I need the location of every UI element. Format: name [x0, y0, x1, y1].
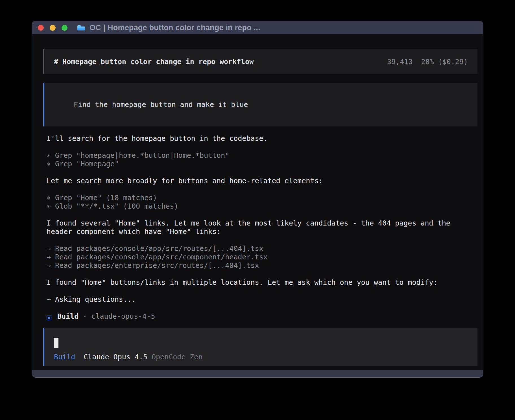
assistant-text-line: Let me search more broadly for buttons a… — [47, 177, 477, 185]
user-message-text: Find the homepage button and make it blu… — [74, 100, 248, 109]
asterisk-icon: ∗ — [47, 194, 55, 202]
agent-model: claude-opus-4-5 — [91, 312, 155, 320]
tool-call-text: Glob "**/*.tsx" (100 matches) — [55, 202, 178, 210]
user-message: Find the homepage button and make it blu… — [43, 83, 477, 126]
tool-call-text: Grep "Home" (18 matches) — [55, 194, 157, 202]
asterisk-icon: ∗ — [47, 202, 55, 210]
transcript-blank-line — [47, 236, 477, 244]
tool-call-line: → Read packages/console/app/src/routes/[… — [47, 244, 477, 253]
assistant-text-line: I'll search for the homepage button in t… — [47, 134, 477, 143]
session-cost: ($0.29) — [438, 58, 468, 66]
tool-call-line: ∗ Grep "Home" (18 matches) — [47, 194, 477, 202]
window-title: OC | Homepage button color change in rep… — [90, 23, 260, 32]
asterisk-icon: ∗ — [47, 160, 55, 168]
tool-call-line: → Read packages/enterprise/src/routes/[.… — [47, 261, 477, 270]
terminal-window: OC | Homepage button color change in rep… — [32, 21, 483, 378]
folder-icon — [77, 24, 86, 31]
tool-call-text: Read packages/enterprise/src/routes/[...… — [55, 261, 259, 270]
tool-call-text: Read packages/console/app/src/routes/[..… — [55, 244, 263, 253]
session-header: # Homepage button color change in repo w… — [43, 49, 477, 74]
token-count: 39,413 — [387, 58, 413, 66]
input-model-label: Claude Opus 4.5 — [84, 353, 147, 361]
tool-call-line: ∗ Grep "Homepage" — [47, 160, 477, 168]
close-button[interactable] — [38, 25, 44, 31]
asterisk-icon: ∗ — [47, 151, 55, 159]
agent-name: Build — [57, 312, 78, 320]
session-title: # Homepage button color change in repo w… — [54, 58, 254, 66]
tool-call-text: Grep "homepage|home.*button|Home.*button… — [55, 151, 229, 159]
text-cursor — [54, 338, 58, 348]
tool-call-text: Grep "Homepage" — [55, 160, 119, 168]
arrow-icon: → — [47, 261, 55, 270]
agent-square-icon — [47, 316, 51, 320]
tool-call-line: ∗ Grep "homepage|home.*button|Home.*butt… — [47, 151, 477, 160]
transcript-blank-line — [47, 287, 477, 295]
assistant-text-line: header component which have "Home" links… — [47, 228, 477, 236]
assistant-text-line: ~ Asking questions... — [47, 295, 477, 304]
assistant-text-line: I found "Home" buttons/links in multiple… — [47, 278, 477, 287]
context-percent: 20% — [421, 58, 434, 66]
transcript-blank-line — [47, 143, 477, 151]
minimize-button[interactable] — [50, 25, 56, 31]
maximize-button[interactable] — [62, 25, 67, 31]
transcript-blank-line — [47, 168, 477, 177]
tool-call-text: Read packages/console/app/src/component/… — [55, 253, 268, 261]
transcript-blank-line — [47, 270, 477, 278]
tool-call-line: ∗ Glob "**/*.tsx" (100 matches) — [47, 202, 477, 211]
separator-dot: · — [78, 312, 91, 320]
terminal-content: # Homepage button color change in repo w… — [32, 49, 483, 378]
arrow-icon: → — [47, 244, 55, 253]
prompt-input[interactable]: BuildClaude Opus 4.5OpenCode Zen — [43, 328, 477, 366]
agent-status-line: Build · claude-opus-4-5 — [47, 312, 477, 321]
transcript-blank-line — [47, 211, 477, 219]
input-provider-label: OpenCode Zen — [152, 353, 203, 361]
transcript-blank-line — [47, 304, 477, 312]
session-stats: 39,41320%($0.29) — [387, 58, 468, 66]
transcript: I'll search for the homepage button in t… — [47, 134, 477, 321]
arrow-icon: → — [47, 253, 55, 261]
input-meta: BuildClaude Opus 4.5OpenCode Zen — [54, 353, 468, 361]
window-titlebar[interactable]: OC | Homepage button color change in rep… — [32, 21, 483, 34]
transcript-blank-line — [47, 185, 477, 194]
window-bottom-strip — [32, 370, 483, 377]
input-agent-label: Build — [54, 353, 75, 361]
assistant-text-line: I found several "Home" links. Let me loo… — [47, 219, 477, 228]
tool-call-line: → Read packages/console/app/src/componen… — [47, 253, 477, 261]
